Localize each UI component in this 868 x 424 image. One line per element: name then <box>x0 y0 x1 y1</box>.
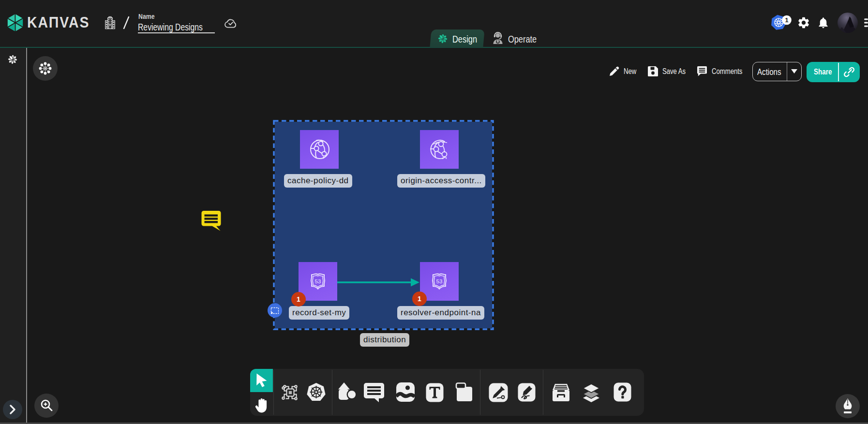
svg-text:1: 1 <box>785 16 789 24</box>
svg-text:53: 53 <box>436 278 443 284</box>
svg-text:53: 53 <box>315 278 321 284</box>
